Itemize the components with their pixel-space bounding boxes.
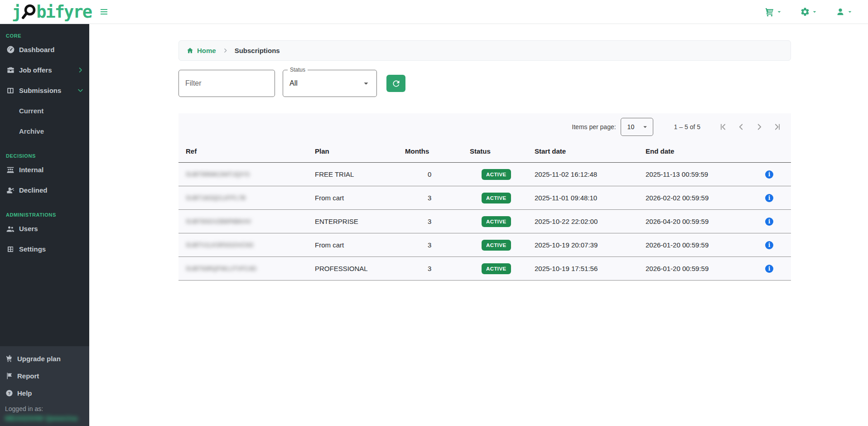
refresh-icon	[391, 79, 401, 88]
end-date-cell: 2026-04-20 00:59:59	[646, 218, 747, 225]
caret-down-icon	[811, 8, 818, 15]
previous-page-icon[interactable]	[732, 118, 750, 136]
status-cell: ACTIVE	[470, 216, 535, 227]
last-page-icon[interactable]	[768, 118, 786, 136]
sidebar-item-submissions[interactable]: Submissions	[0, 80, 89, 101]
next-page-icon[interactable]	[750, 118, 768, 136]
chevron-right-icon	[77, 67, 84, 73]
plan-cell: From cart	[315, 241, 405, 249]
status-cell: ACTIVE	[470, 193, 535, 203]
items-per-page-value: 10	[627, 123, 635, 131]
flag-icon	[5, 372, 13, 380]
sidebar-item-label: Archive	[19, 127, 44, 135]
status-badge: ACTIVE	[482, 193, 511, 203]
sidebar-item-declined[interactable]: Declined	[0, 180, 89, 200]
column-header-end-date: End date	[646, 147, 747, 155]
months-cell: 3	[405, 218, 470, 225]
months-cell: 3	[405, 194, 470, 202]
plan-cell: PROFESSIONAL	[315, 265, 405, 272]
sidebar-item-label: Internal	[19, 166, 43, 174]
filter-input[interactable]	[178, 70, 275, 97]
sidebar-item-label: Users	[19, 225, 38, 232]
end-date-cell: 2025-11-13 00:59:59	[646, 170, 747, 178]
months-cell: 3	[405, 241, 470, 249]
sidebar-item-label: Report	[17, 372, 39, 380]
refresh-button[interactable]	[386, 75, 405, 92]
menu-icon[interactable]	[99, 7, 109, 16]
help-icon: ?	[5, 389, 13, 397]
app-logo[interactable]: j bifyre	[12, 3, 92, 21]
sidebar-item-archive[interactable]: Archive	[0, 121, 89, 141]
info-icon[interactable]: i	[765, 241, 773, 249]
subscriptions-table: Items per page: 10 1 – 5 of 5 Ref	[178, 113, 791, 281]
info-icon[interactable]: i	[765, 194, 773, 202]
plan-cell: From cart	[315, 194, 405, 202]
sidebar-item-settings[interactable]: Settings	[0, 239, 89, 259]
info-icon[interactable]: i	[765, 170, 773, 179]
section-label: ADMINISTRATIONS	[0, 212, 89, 218]
table-row: SUBT9994K2WITJQIYS FREE TRIAL 0 ACTIVE 2…	[178, 163, 791, 186]
table-row: SUBT93RQFWLUTVFC4D PROFESSIONAL 3 ACTIVE…	[178, 257, 791, 281]
sidebar-item-report[interactable]: Report	[0, 367, 89, 384]
sidebar-item-current[interactable]: Current	[0, 101, 89, 121]
table-row: SUBT16OQCL8TFL7B From cart 3 ACTIVE 2025…	[178, 186, 791, 210]
items-per-page-select[interactable]: 10	[621, 118, 653, 136]
sidebar: CORE Dashboard Job	[0, 24, 89, 426]
end-date-cell: 2026-01-20 00:59:59	[646, 265, 747, 272]
ref-cell: SUBT16OQCL8TFL7B	[186, 194, 315, 201]
first-page-icon[interactable]	[714, 118, 732, 136]
start-date-cell: 2025-10-19 20:07:39	[535, 241, 646, 249]
items-per-page-label: Items per page:	[572, 123, 616, 131]
gear-icon	[800, 7, 810, 17]
sidebar-item-dashboard[interactable]: Dashboard	[0, 39, 89, 60]
user-slash-icon	[6, 186, 15, 195]
account-menu-button[interactable]	[834, 5, 855, 19]
dashboard-icon	[6, 45, 15, 54]
table-header-row: Ref Plan Months Status Start date End da…	[178, 140, 791, 163]
ref-cell: SUBTV1LKSRSGOVCNS	[186, 242, 315, 248]
svg-text:?: ?	[8, 391, 10, 395]
logo-text-suffix: bifyre	[36, 4, 92, 20]
logo-text-prefix: j	[12, 4, 21, 20]
magnifier-icon	[21, 4, 37, 21]
logged-in-label: Logged in as:	[0, 402, 89, 412]
settings-menu-button[interactable]	[798, 5, 820, 19]
briefcase-icon	[6, 66, 15, 74]
column-header-plan: Plan	[315, 147, 405, 155]
ref-cell: SUBT8SGVZB6P6BKHV	[186, 218, 315, 225]
breadcrumb-home-link[interactable]: Home	[186, 47, 216, 54]
status-select[interactable]: Status All	[283, 70, 377, 97]
info-icon[interactable]: i	[765, 218, 773, 226]
status-select-label: Status	[288, 67, 308, 73]
months-cell: 3	[405, 265, 470, 272]
start-date-cell: 2025-11-01 09:48:10	[535, 194, 646, 202]
status-select-value: All	[289, 79, 298, 87]
cart-plus-icon	[5, 354, 13, 363]
sidebar-item-label: Current	[19, 107, 43, 115]
logged-in-user: MEA02XHW Qwwerina	[5, 414, 89, 422]
cart-icon	[764, 6, 775, 17]
column-header-months: Months	[405, 147, 470, 155]
sidebar-section-administrations: ADMINISTRATIONS Users Settings	[0, 212, 89, 259]
sidebar-item-label: Settings	[19, 245, 46, 253]
home-icon	[186, 47, 194, 54]
end-date-cell: 2026-02-02 00:59:59	[646, 194, 747, 202]
breadcrumb: Home Subscriptions	[178, 40, 791, 61]
sidebar-item-help[interactable]: ? Help	[0, 384, 89, 402]
breadcrumb-home-label: Home	[197, 47, 216, 54]
sidebar-item-internal[interactable]: Internal	[0, 160, 89, 180]
cart-menu-button[interactable]	[762, 5, 785, 19]
status-cell: ACTIVE	[470, 263, 535, 274]
sidebar-footer: Upgrade plan Report ? Help Logged in as:…	[0, 346, 89, 426]
sidebar-item-job-offers[interactable]: Job offers	[0, 60, 89, 80]
sidebar-item-users[interactable]: Users	[0, 218, 89, 239]
account-icon	[835, 7, 845, 17]
sidebar-item-upgrade-plan[interactable]: Upgrade plan	[0, 350, 89, 367]
start-date-cell: 2025-10-19 17:51:56	[535, 265, 646, 272]
ref-cell: SUBT9994K2WITJQIYS	[186, 171, 315, 178]
caret-down-icon	[846, 8, 854, 15]
info-icon[interactable]: i	[765, 265, 773, 273]
plan-cell: FREE TRIAL	[315, 170, 405, 178]
start-date-cell: 2025-10-22 22:02:00	[535, 218, 646, 225]
paginator: Items per page: 10 1 – 5 of 5	[178, 113, 791, 140]
